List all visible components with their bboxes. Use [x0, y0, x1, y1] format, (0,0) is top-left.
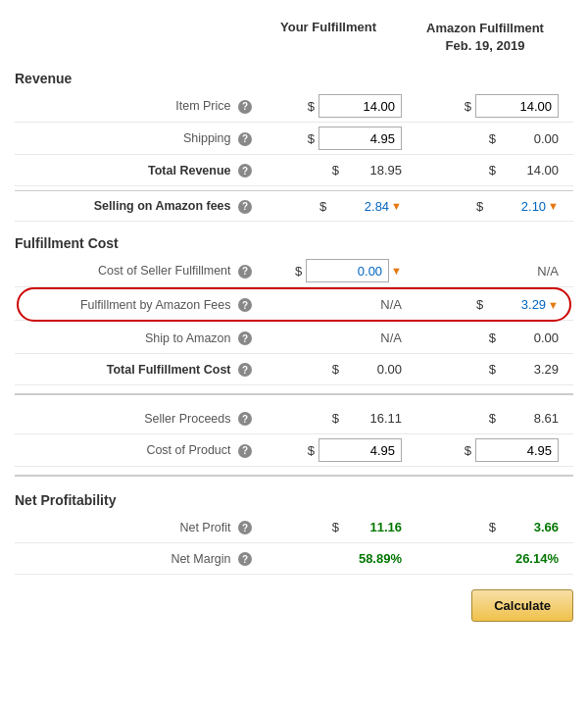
dollar-sign: $	[489, 362, 496, 377]
ship-to-amazon-your-na: N/A	[380, 330, 402, 345]
net-margin-label: Net Margin ?	[15, 552, 260, 567]
selling-fees-your-cell: $ 2.84▼	[260, 199, 416, 214]
fulfillment-section-title: Fulfillment Cost	[15, 228, 573, 255]
net-profit-label: Net Profit ?	[15, 521, 260, 535]
selling-fees-label: Selling on Amazon fees ?	[15, 199, 260, 214]
shipping-label: Shipping ?	[15, 131, 260, 146]
ship-to-amazon-row: Ship to Amazon ? N/A $ 0.00	[15, 323, 573, 354]
fba-fees-label: Fulfillment by Amazon Fees ?	[15, 298, 260, 313]
fba-fees-your-cell: N/A	[260, 297, 416, 312]
total-fulfillment-amazon-cell: $ 3.29	[416, 362, 573, 377]
total-revenue-row: Total Revenue ? $ 18.95 $ 14.00	[15, 155, 573, 186]
your-fulfillment-header: Your Fulfillment	[250, 20, 407, 55]
total-fulfillment-amazon-value: 3.29	[500, 362, 559, 377]
net-profit-amazon-cell: $ 3.66	[416, 520, 573, 534]
net-profit-your-cell: $ 11.16	[260, 520, 416, 534]
fba-fees-your-na: N/A	[380, 297, 402, 312]
shipping-your-input[interactable]	[318, 127, 402, 150]
dollar-sign: $	[308, 443, 315, 458]
selling-fees-row: Selling on Amazon fees ? $ 2.84▼ $ 2.10▼	[15, 190, 573, 222]
selling-fees-amazon-cell: $ 2.10▼	[416, 199, 573, 214]
fba-fees-amazon-cell: $ 3.29▼	[416, 297, 573, 312]
selling-fees-info-icon[interactable]: ?	[238, 200, 252, 214]
seller-proceeds-amazon-value: 8.61	[500, 411, 559, 426]
cost-of-product-info-icon[interactable]: ?	[238, 444, 252, 458]
item-price-amazon-input[interactable]	[475, 94, 559, 118]
dollar-sign: $	[465, 443, 471, 458]
net-profit-your-value: 11.16	[343, 520, 402, 534]
fba-fees-amazon-link[interactable]: 3.29	[487, 297, 546, 312]
shipping-amazon-cell: $ 0.00	[416, 131, 573, 146]
ship-to-amazon-your-cell: N/A	[260, 330, 416, 345]
item-price-label: Item Price ?	[15, 99, 260, 114]
calculate-button[interactable]: Calculate	[471, 589, 573, 622]
seller-proceeds-label: Seller Proceeds ?	[15, 412, 260, 427]
net-margin-row: Net Margin ? 58.89% 26.14%	[15, 543, 573, 575]
total-fulfillment-your-cell: $ 0.00	[260, 362, 416, 377]
total-revenue-label: Total Revenue ?	[15, 164, 260, 178]
cost-seller-your-input[interactable]	[306, 259, 389, 282]
cost-seller-your-cell: $ ▼	[260, 259, 416, 282]
item-price-amazon-cell: $	[416, 94, 573, 118]
total-revenue-amazon-cell: $ 14.00	[416, 163, 573, 178]
net-profit-info-icon[interactable]: ?	[238, 521, 252, 534]
dollar-sign: $	[332, 520, 339, 534]
dollar-sign: $	[332, 163, 339, 178]
selling-fees-your-arrow[interactable]: ▼	[391, 200, 402, 212]
cost-of-product-your-cell: $	[260, 438, 416, 462]
cost-of-product-amazon-input[interactable]	[475, 438, 559, 462]
dollar-sign: $	[465, 99, 471, 114]
ship-to-amazon-info-icon[interactable]: ?	[238, 331, 252, 345]
fba-fees-info-icon[interactable]: ?	[238, 298, 252, 312]
seller-proceeds-your-cell: $ 16.11	[260, 411, 416, 426]
dollar-sign: $	[489, 163, 496, 178]
net-margin-amazon-cell: 26.14%	[416, 551, 573, 566]
selling-fees-your-link[interactable]: 2.84	[330, 199, 389, 214]
ship-to-amazon-amazon-cell: $ 0.00	[416, 330, 573, 345]
shipping-amazon-value: 0.00	[500, 131, 559, 146]
dollar-sign: $	[308, 131, 315, 146]
dollar-sign: $	[332, 362, 339, 377]
item-price-your-input[interactable]	[318, 94, 402, 118]
dollar-sign: $	[476, 199, 483, 214]
cost-of-product-your-input[interactable]	[318, 438, 402, 462]
net-margin-your-value: 58.89%	[343, 551, 402, 566]
dollar-sign: $	[489, 330, 496, 345]
item-price-row: Item Price ? $ $	[15, 90, 573, 123]
seller-proceeds-your-value: 16.11	[343, 411, 402, 426]
total-revenue-info-icon[interactable]: ?	[238, 164, 252, 178]
net-margin-your-cell: 58.89%	[260, 551, 416, 566]
total-revenue-amazon-value: 14.00	[500, 163, 559, 178]
dollar-sign: $	[295, 264, 302, 279]
dollar-sign: $	[476, 297, 483, 312]
total-fulfillment-your-value: 0.00	[343, 362, 402, 377]
seller-proceeds-info-icon[interactable]: ?	[238, 412, 252, 426]
seller-proceeds-amazon-cell: $ 8.61	[416, 411, 573, 426]
item-price-info-icon[interactable]: ?	[238, 100, 252, 114]
cost-seller-arrow[interactable]: ▼	[391, 265, 402, 277]
dollar-sign: $	[489, 520, 496, 534]
revenue-section-title: Revenue	[15, 63, 573, 90]
net-profit-row: Net Profit ? $ 11.16 $ 3.66	[15, 512, 573, 543]
fba-fees-row: Fulfillment by Amazon Fees ? N/A $ 3.29▼	[15, 289, 573, 321]
shipping-info-icon[interactable]: ?	[238, 132, 252, 146]
net-profitability-section-title: Net Profitability	[15, 484, 573, 512]
shipping-your-cell: $	[260, 127, 416, 150]
fba-fees-amazon-arrow[interactable]: ▼	[548, 299, 559, 311]
seller-proceeds-row: Seller Proceeds ? $ 16.11 $ 8.61	[15, 403, 573, 434]
ship-to-amazon-amazon-value: 0.00	[500, 330, 559, 345]
dollar-sign: $	[332, 411, 339, 426]
selling-fees-amazon-link[interactable]: 2.10	[487, 199, 546, 214]
total-fulfillment-info-icon[interactable]: ?	[238, 363, 252, 377]
dollar-sign: $	[489, 131, 496, 146]
total-revenue-your-value: 18.95	[343, 163, 402, 178]
dollar-sign: $	[308, 99, 315, 114]
selling-fees-amazon-arrow[interactable]: ▼	[548, 200, 559, 212]
cost-seller-amazon-na: N/A	[537, 264, 559, 279]
cost-of-product-label: Cost of Product ?	[15, 443, 260, 458]
net-margin-info-icon[interactable]: ?	[238, 552, 252, 566]
cost-seller-amazon-cell: N/A	[416, 264, 573, 279]
cost-seller-info-icon[interactable]: ?	[238, 265, 252, 279]
cost-of-product-amazon-cell: $	[416, 438, 573, 462]
ship-to-amazon-label: Ship to Amazon ?	[15, 331, 260, 346]
